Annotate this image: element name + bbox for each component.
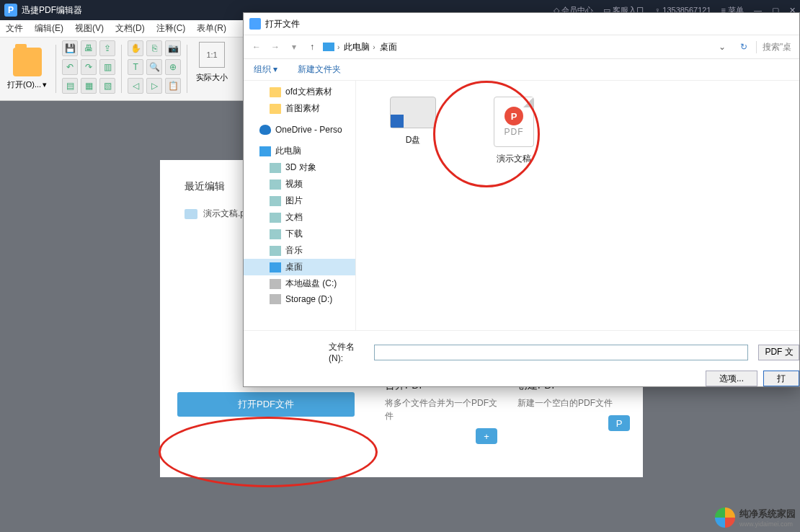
dialog-nav: ← → ▾ ↑ › 此电脑› 桌面 ⌄ ↻ 搜索"桌 [244,35,799,59]
nav-back-button[interactable]: ← [249,42,264,52]
tool-col-2: ✋ ⎘ 📷 T 🔍 ⊕ ◁ ▷ 📋 [128,40,181,97]
search-tool[interactable]: 🔍 [146,59,162,75]
tool-btn-a[interactable]: ▥ [99,59,115,75]
nav-recent-button[interactable]: ▾ [287,42,301,52]
filename-label: 文件名(N): [329,341,368,363]
recent-file-name: 演示文稿.p [203,208,245,220]
actual-size-label: 实际大小 [196,72,228,83]
app-title: 迅捷PDF编辑器 [22,4,82,17]
hand-tool[interactable]: ✋ [128,40,143,56]
file-icon [185,209,197,219]
open-button[interactable]: 打开(O)...▾ [4,40,50,97]
disk-shortcut-icon [390,97,436,128]
disk-icon [270,279,281,289]
menu-form[interactable]: 表单(R) [191,20,232,37]
desktop-icon [270,262,281,272]
tree-downloads[interactable]: 下载 [244,226,355,242]
file-content-area[interactable]: D盘 P PDF 演示文稿 [356,81,799,330]
page-prev[interactable]: ◁ [128,78,143,94]
redo-button[interactable]: ↷ [81,59,97,75]
folder-icon [270,87,281,97]
file-presentation-pdf[interactable]: P PDF 演示文稿 [481,97,546,314]
organize-button[interactable]: 组织 ▾ [254,63,277,76]
merge-icon: + [476,428,497,444]
menu-file[interactable]: 文件 [0,20,29,37]
clipboard-tool[interactable]: 📋 [165,78,181,94]
watermark-url: www.yidaimei.com [739,520,796,528]
video-icon [270,179,281,190]
tree-pictures[interactable]: 图片 [244,192,355,209]
nav-forward-button[interactable]: → [268,42,283,52]
watermark-logo-icon [715,507,735,528]
refresh-button[interactable]: ↻ [736,42,752,52]
tree-desktop[interactable]: 桌面 [244,259,355,275]
export-button[interactable]: ⇪ [99,40,115,56]
folder-tree: ofd文档素材 首图素材 OneDrive - Perso 此电脑 3D 对象 … [244,81,356,330]
merge-desc: 将多个文件合并为一个PDF文件 [385,396,497,422]
menu-annot[interactable]: 注释(C) [151,20,192,37]
menu-doc[interactable]: 文档(D) [110,20,151,37]
path-bar[interactable]: › 此电脑› 桌面 ⌄ [323,41,732,53]
file-label: 演示文稿 [497,153,531,165]
options-button[interactable]: 选项... [706,371,757,386]
dialog-toolbar: 组织 ▾ 新建文件夹 [244,59,799,81]
tree-storage[interactable]: Storage (D:) [244,292,355,306]
file-d-disk[interactable]: D盘 [381,97,445,314]
select-tool[interactable]: ⎘ [146,40,162,56]
dialog-footer: 文件名(N): PDF 文 选项... 打 [244,330,799,386]
chevron-down-icon: ▾ [43,80,47,89]
camera-tool[interactable]: 📷 [165,40,181,56]
tree-video[interactable]: 视频 [244,176,355,192]
file-open-dialog: 打开文件 ← → ▾ ↑ › 此电脑› 桌面 ⌄ ↻ 搜索"桌 组织 ▾ 新建文… [243,12,800,387]
actual-size-button[interactable]: 1:1 [199,42,225,68]
disk-icon [270,294,281,304]
zoom-tool[interactable]: ⊕ [165,59,181,75]
text-tool[interactable]: T [128,59,143,75]
path-dropdown[interactable]: ⌄ [719,42,726,52]
tree-sutu[interactable]: 首图素材 [244,100,355,117]
tool-btn-c[interactable]: ▦ [81,78,97,94]
tool-btn-b[interactable]: ▤ [62,78,78,94]
tree-3d[interactable]: 3D 对象 [244,159,355,176]
tree-this-pc[interactable]: 此电脑 [244,143,355,159]
undo-button[interactable]: ↶ [62,59,78,75]
folder-icon [270,104,281,114]
documents-icon [270,213,281,223]
save-button[interactable]: 💾 [62,40,78,56]
separator [55,45,56,93]
tree-ofd[interactable]: ofd文档素材 [244,84,355,100]
open-button[interactable]: 打 [763,371,799,386]
tree-onedrive[interactable]: OneDrive - Perso [244,123,355,137]
dialog-body: ofd文档素材 首图素材 OneDrive - Perso 此电脑 3D 对象 … [244,81,799,330]
create-pdf-card[interactable]: 创建PDF 新建一个空白的PDF文件 P [517,379,630,444]
path-folder: 桌面 [380,41,397,53]
downloads-icon [270,229,281,239]
app-logo-icon: P [4,4,17,17]
cloud-icon [259,125,271,135]
menu-view[interactable]: 视图(V) [69,20,110,37]
dialog-title: 打开文件 [265,18,300,30]
print-button[interactable]: 🖶 [81,40,97,56]
pictures-icon [270,196,281,206]
merge-pdf-card[interactable]: 合并PDF 将多个文件合并为一个PDF文件 + [385,379,497,444]
tool-btn-d[interactable]: ▧ [99,78,115,94]
search-input[interactable]: 搜索"桌 [756,41,794,53]
separator [187,45,187,93]
page-next[interactable]: ▷ [146,78,162,94]
menu-edit[interactable]: 编辑(E) [29,20,69,37]
music-icon [270,246,281,256]
objects-icon [270,163,281,173]
folder-open-icon [13,48,42,76]
tree-music[interactable]: 音乐 [244,242,355,259]
watermark: 纯净系统家园 www.yidaimei.com [715,507,796,528]
new-folder-button[interactable]: 新建文件夹 [298,63,341,76]
filetype-select[interactable]: PDF 文 [758,345,799,360]
pc-icon [259,146,271,156]
open-pdf-button[interactable]: 打开PDF文件 [177,392,355,417]
filename-input[interactable] [374,345,749,360]
pc-icon [323,43,334,51]
tree-documents[interactable]: 文档 [244,209,355,226]
dialog-titlebar: 打开文件 [244,13,799,35]
tree-cdisk[interactable]: 本地磁盘 (C:) [244,275,355,292]
nav-up-button[interactable]: ↑ [306,42,319,52]
